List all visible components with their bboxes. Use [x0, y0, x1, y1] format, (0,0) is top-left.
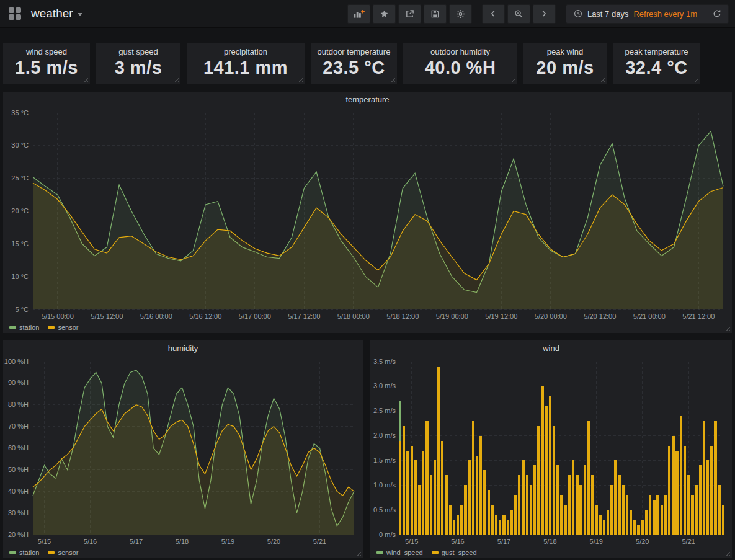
legend-item-station[interactable]: station	[9, 324, 39, 331]
legend-item-station[interactable]: station	[9, 549, 39, 556]
caret-down-icon	[78, 13, 82, 16]
svg-text:5/19: 5/19	[221, 538, 234, 545]
svg-text:5/17: 5/17	[497, 538, 510, 545]
svg-text:2.0 m/s: 2.0 m/s	[373, 432, 396, 439]
stat-panel-peak-wind: peak wind20 m/s	[523, 43, 607, 84]
svg-text:1.5 m/s: 1.5 m/s	[373, 456, 396, 464]
stat-title[interactable]: outdoor humidity	[430, 47, 490, 56]
time-back-button[interactable]	[482, 4, 505, 24]
svg-text:5/16: 5/16	[84, 538, 97, 545]
dashboard-area: wind speed1.5 m/sgust speed3 m/sprecipit…	[0, 28, 735, 558]
legend-swatch	[9, 326, 16, 329]
time-forward-button[interactable]	[533, 4, 556, 24]
svg-text:5/17: 5/17	[130, 538, 143, 545]
refresh-interval-label: Refresh every 1m	[633, 9, 697, 19]
resize-handle[interactable]	[82, 77, 88, 82]
save-icon	[430, 9, 440, 19]
refresh-button[interactable]	[705, 5, 728, 23]
svg-text:5/20: 5/20	[636, 538, 649, 545]
svg-text:20 °C: 20 °C	[11, 207, 29, 215]
stat-title[interactable]: peak temperature	[625, 47, 688, 56]
dashboard-title-dropdown[interactable]: weather	[27, 4, 86, 23]
svg-text:5/18 12:00: 5/18 12:00	[386, 313, 419, 320]
grafana-logo-icon[interactable]	[7, 6, 22, 21]
time-range-button[interactable]: Last 7 days Refresh every 1m	[566, 5, 705, 23]
legend-swatch	[48, 326, 55, 329]
resize-handle[interactable]	[297, 77, 303, 82]
stat-panel-gust-speed: gust speed3 m/s	[96, 43, 180, 84]
svg-text:50 %H: 50 %H	[8, 466, 29, 473]
resize-handle[interactable]	[390, 77, 395, 82]
svg-text:20 %H: 20 %H	[8, 531, 29, 538]
time-controls: Last 7 days Refresh every 1m	[566, 4, 729, 24]
stat-title[interactable]: outdoor temperature	[318, 47, 391, 56]
stat-title[interactable]: precipitation	[224, 47, 267, 56]
svg-text:100 %H: 100 %H	[4, 358, 29, 365]
panel-wind: wind 5/155/165/175/185/195/205/210 m/s0.…	[370, 340, 732, 558]
settings-button[interactable]	[449, 4, 472, 24]
stat-panel-outdoor-humidity: outdoor humidity40.0 %H	[403, 43, 517, 84]
temperature-plot: 5/15 00:005/15 12:005/16 00:005/16 12:00…	[3, 108, 732, 322]
svg-text:5/19 00:00: 5/19 00:00	[436, 313, 468, 320]
temperature-chart[interactable]: 5/15 00:005/15 12:005/16 00:005/16 12:00…	[3, 108, 732, 322]
svg-text:1.0 m/s: 1.0 m/s	[373, 481, 396, 489]
stat-title[interactable]: gust speed	[118, 47, 158, 56]
svg-text:80 %H: 80 %H	[8, 401, 29, 408]
resize-handle[interactable]	[693, 77, 698, 82]
svg-text:35 °C: 35 °C	[11, 109, 29, 117]
svg-text:5/19 12:00: 5/19 12:00	[485, 313, 517, 320]
dashboard-title: weather	[31, 7, 73, 20]
svg-text:5/15 00:00: 5/15 00:00	[42, 313, 74, 320]
stat-panel-wind-speed: wind speed1.5 m/s	[3, 43, 90, 84]
stat-panels-row: wind speed1.5 m/sgust speed3 m/sprecipit…	[3, 43, 732, 84]
zoom-out-button[interactable]	[507, 4, 530, 24]
panel-title-humidity[interactable]: humidity	[3, 340, 363, 357]
save-button[interactable]	[424, 4, 447, 24]
svg-text:5/16 00:00: 5/16 00:00	[140, 313, 172, 320]
panel-title-temperature[interactable]: temperature	[3, 92, 732, 108]
svg-text:5/21: 5/21	[682, 538, 695, 545]
svg-text:5/16 12:00: 5/16 12:00	[189, 313, 221, 320]
add-panel-button[interactable]	[347, 4, 370, 24]
humidity-legend: stationsensor	[3, 547, 363, 558]
legend-swatch	[432, 551, 439, 554]
legend-item-wind_speed[interactable]: wind_speed	[376, 549, 423, 556]
panel-title-wind[interactable]: wind	[370, 340, 732, 357]
svg-text:5/17 00:00: 5/17 00:00	[239, 313, 271, 320]
svg-text:40 %H: 40 %H	[8, 487, 29, 495]
svg-text:5/21 00:00: 5/21 00:00	[633, 313, 666, 320]
share-button[interactable]	[398, 4, 421, 24]
legend-item-sensor[interactable]: sensor	[48, 549, 78, 556]
temperature-legend: stationsensor	[3, 322, 732, 333]
svg-text:3.5 m/s: 3.5 m/s	[373, 358, 396, 365]
svg-text:10 °C: 10 °C	[11, 273, 29, 280]
magnifier-icon	[514, 9, 523, 19]
resize-handle[interactable]	[599, 77, 605, 82]
svg-text:5/20 12:00: 5/20 12:00	[584, 313, 616, 320]
stat-value: 1.5 m/s	[15, 56, 78, 79]
stat-value: 141.1 mm	[203, 56, 288, 79]
stat-title[interactable]: wind speed	[26, 47, 67, 56]
svg-text:25 °C: 25 °C	[11, 174, 29, 182]
svg-text:70 %H: 70 %H	[8, 422, 29, 430]
svg-text:5/17 12:00: 5/17 12:00	[288, 313, 320, 320]
svg-text:60 %H: 60 %H	[8, 444, 29, 451]
humidity-chart[interactable]: 5/155/165/175/185/195/205/2120 %H30 %H40…	[3, 357, 363, 547]
star-button[interactable]	[373, 4, 396, 24]
refresh-icon	[713, 9, 721, 18]
resize-handle[interactable]	[173, 77, 179, 82]
legend-item-gust_speed[interactable]: gust_speed	[432, 549, 477, 556]
svg-text:5/20: 5/20	[267, 538, 280, 545]
stat-value: 20 m/s	[536, 56, 594, 79]
stat-value: 32.4 °C	[625, 56, 688, 79]
resize-handle[interactable]	[510, 77, 515, 82]
svg-text:5/21: 5/21	[313, 538, 326, 545]
star-icon	[380, 9, 389, 19]
stat-title[interactable]: peak wind	[547, 47, 584, 56]
legend-swatch	[376, 551, 383, 554]
legend-item-sensor[interactable]: sensor	[48, 324, 78, 331]
wind-chart[interactable]: 5/155/165/175/185/195/205/210 m/s0.5 m/s…	[370, 357, 732, 547]
clock-icon	[574, 9, 582, 18]
svg-text:0.5 m/s: 0.5 m/s	[373, 506, 396, 513]
time-nav-actions	[482, 4, 556, 24]
